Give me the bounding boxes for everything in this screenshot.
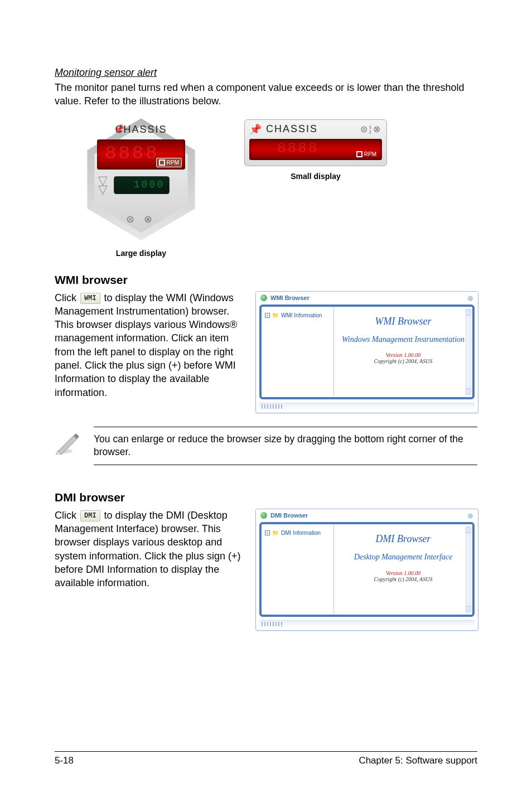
wmi-titlebar: WMI Browser ⊗ bbox=[256, 292, 478, 305]
wmi-body: + 📁 WMI Information WMI Browser Windows … bbox=[259, 305, 475, 399]
wmi-para-after: to display the WMI (Windows Management I… bbox=[55, 292, 237, 398]
rpm-badge-large: RPM bbox=[156, 158, 182, 167]
dmi-para-before: Click bbox=[55, 510, 79, 521]
dmi-body: + 📁 DMI Information DMI Browser Desktop … bbox=[259, 522, 475, 617]
small-display-block: 📌 CHASSIS ⊜¦⊗ 8888 RPM Small display bbox=[244, 119, 387, 181]
tree-expand-icon[interactable]: + bbox=[265, 530, 270, 535]
scroll-down-icon[interactable] bbox=[466, 606, 471, 612]
dmi-tree-item[interactable]: + 📁 DMI Information bbox=[265, 530, 330, 536]
section-paragraph-monitoring: The monitor panel turns red when a compo… bbox=[55, 81, 477, 108]
segment-readout-large: 8888 bbox=[105, 143, 159, 164]
resize-grip[interactable] bbox=[259, 403, 475, 409]
page-number: 5-18 bbox=[55, 755, 74, 766]
folder-icon: 📁 bbox=[272, 530, 279, 536]
wmi-content-panel: WMI Browser Windows Management Instrumen… bbox=[334, 307, 472, 397]
wmi-copyright: Copyright (c) 2004, ASUS bbox=[337, 358, 469, 364]
threshold-arrows[interactable]: ▽▽ bbox=[98, 176, 108, 194]
pin-icon: 📌 bbox=[249, 123, 263, 136]
chassis-title-small-text: CHASSIS bbox=[266, 123, 318, 135]
scroll-down-icon[interactable] bbox=[466, 388, 471, 395]
resize-grip[interactable] bbox=[259, 620, 475, 627]
dmi-paragraph: Click DMI to display the DMI (Desktop Ma… bbox=[55, 509, 244, 590]
chassis-title-large: CHASSIS bbox=[83, 124, 200, 136]
wmi-version: Version 1.00.00 bbox=[337, 352, 469, 358]
folder-icon: 📁 bbox=[272, 312, 279, 318]
wmi-tree-panel: + 📁 WMI Information bbox=[262, 307, 334, 397]
dmi-button-chip[interactable]: DMI bbox=[80, 510, 100, 521]
small-display-controls[interactable]: ⊜¦⊗ bbox=[360, 124, 382, 134]
wmi-paragraph: Click WMI to display the WMI (Windows Ma… bbox=[55, 291, 244, 399]
globe-icon bbox=[260, 512, 267, 519]
threshold-panel: 1000 bbox=[114, 176, 170, 194]
dmi-para-after: to display the DMI (Desktop Management I… bbox=[55, 510, 241, 588]
wmi-heading: WMI browser bbox=[55, 273, 477, 287]
wmi-para-before: Click bbox=[55, 292, 79, 303]
wmi-content-sub: Windows Management Instrumentation bbox=[337, 335, 469, 345]
wmi-content-title: WMI Browser bbox=[337, 316, 469, 327]
note-rule-top bbox=[94, 427, 477, 427]
dmi-heading: DMI browser bbox=[55, 491, 477, 504]
note-rule-bottom bbox=[94, 465, 477, 465]
wmi-two-col: Click WMI to display the WMI (Windows Ma… bbox=[55, 291, 477, 413]
close-icon[interactable]: ⊗ bbox=[467, 511, 473, 520]
large-display-monitor: 📌 CHASSIS 8888 RPM ▽▽ 1000 ⊜ ⊗ bbox=[83, 116, 200, 243]
small-display-monitor: 📌 CHASSIS ⊜¦⊗ 8888 RPM bbox=[244, 119, 387, 166]
dmi-browser-window: DMI Browser ⊗ + 📁 DMI Information DMI Br… bbox=[255, 509, 478, 631]
scroll-up-icon[interactable] bbox=[466, 526, 471, 533]
dmi-two-col: Click DMI to display the DMI (Desktop Ma… bbox=[55, 509, 477, 631]
scroll-up-icon[interactable] bbox=[466, 309, 471, 316]
globe-icon bbox=[260, 294, 267, 301]
rpm-badge-small: RPM bbox=[354, 151, 379, 158]
dmi-copyright: Copyright (c) 2004, ASUS bbox=[337, 576, 469, 582]
note-block: You can enlarge or reduce the browser si… bbox=[55, 427, 477, 471]
large-display-controls[interactable]: ⊜ ⊗ bbox=[83, 213, 200, 225]
dmi-titlebar-text: DMI Browser bbox=[270, 512, 308, 519]
dmi-titlebar: DMI Browser ⊗ bbox=[256, 509, 478, 522]
pencil-icon bbox=[55, 429, 80, 455]
section-heading-monitoring: Monitoring sensor alert bbox=[55, 67, 477, 79]
chapter-label: Chapter 5: Software support bbox=[359, 755, 477, 766]
dmi-version: Version 1.00.00 bbox=[337, 570, 469, 576]
dmi-content-title: DMI Browser bbox=[337, 533, 469, 545]
page-footer: 5-18 Chapter 5: Software support bbox=[55, 751, 477, 766]
dmi-content-sub: Desktop Management Interface bbox=[337, 553, 469, 562]
chassis-title-small: 📌 CHASSIS bbox=[249, 123, 318, 136]
wmi-titlebar-text: WMI Browser bbox=[270, 294, 309, 301]
alert-panel-large: 8888 RPM bbox=[97, 139, 185, 170]
large-display-block: 📌 CHASSIS 8888 RPM ▽▽ 1000 ⊜ ⊗ Large dis… bbox=[83, 116, 200, 258]
wmi-tree-label: WMI Information bbox=[281, 312, 322, 318]
scrollbar[interactable] bbox=[466, 309, 471, 395]
large-display-caption: Large display bbox=[83, 249, 200, 258]
alert-panel-small: 8888 RPM bbox=[249, 139, 382, 160]
small-display-caption: Small display bbox=[244, 172, 387, 181]
wmi-button-chip[interactable]: WMI bbox=[80, 293, 100, 304]
wmi-tree-item[interactable]: + 📁 WMI Information bbox=[265, 312, 330, 318]
displays-row: 📌 CHASSIS 8888 RPM ▽▽ 1000 ⊜ ⊗ Large dis… bbox=[83, 116, 477, 258]
close-icon[interactable]: ⊗ bbox=[467, 294, 473, 302]
scrollbar[interactable] bbox=[466, 526, 471, 612]
dmi-tree-panel: + 📁 DMI Information bbox=[262, 524, 334, 615]
dmi-content-panel: DMI Browser Desktop Management Interface… bbox=[334, 524, 472, 615]
note-text: You can enlarge or reduce the browser si… bbox=[94, 433, 477, 459]
tree-expand-icon[interactable]: + bbox=[265, 313, 270, 318]
segment-readout-small: 8888 bbox=[277, 140, 318, 157]
wmi-browser-window: WMI Browser ⊗ + 📁 WMI Information WMI Br… bbox=[255, 291, 478, 413]
dmi-tree-label: DMI Information bbox=[281, 530, 321, 536]
